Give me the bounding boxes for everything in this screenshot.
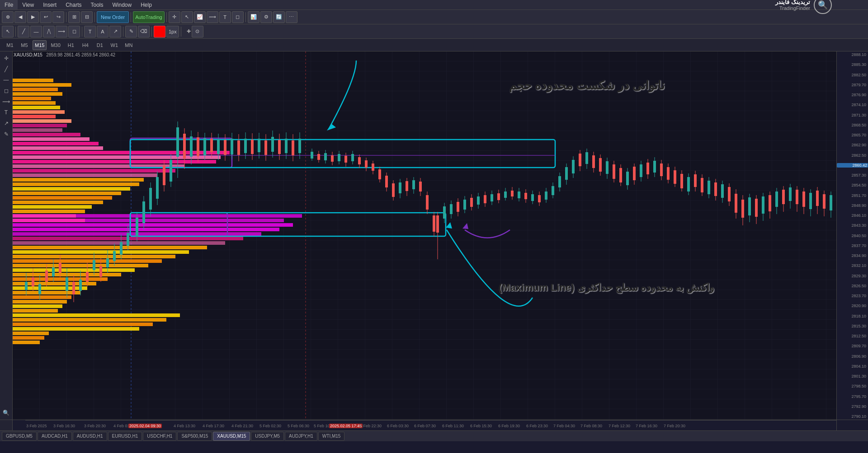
tf-m15[interactable]: M15 bbox=[33, 40, 47, 50]
price-2795: 2795.70 bbox=[837, 394, 868, 399]
svg-rect-221 bbox=[518, 191, 520, 198]
svg-rect-153 bbox=[285, 139, 288, 153]
tf-m5[interactable]: M5 bbox=[18, 40, 31, 50]
toolbar-btn-arrow[interactable]: ↖ bbox=[181, 11, 193, 23]
lt-pencil[interactable]: ✎ bbox=[1, 129, 11, 139]
svg-rect-67 bbox=[13, 327, 139, 331]
lt-hline[interactable]: — bbox=[1, 75, 11, 85]
svg-rect-97 bbox=[93, 260, 95, 270]
draw-color1[interactable] bbox=[154, 26, 165, 37]
draw-arrow[interactable]: ↗ bbox=[109, 26, 121, 37]
toolbar-btn-indicator[interactable]: 📊 bbox=[248, 11, 259, 23]
svg-rect-177 bbox=[372, 163, 374, 171]
draw-label[interactable]: A bbox=[97, 26, 108, 37]
svg-rect-299 bbox=[782, 190, 785, 204]
new-order-button[interactable]: New Order bbox=[97, 11, 129, 23]
price-2857: 2857.30 bbox=[837, 173, 868, 177]
toolbar-btn-new[interactable]: ⊕ bbox=[2, 11, 14, 23]
menu-view[interactable]: View bbox=[18, 0, 38, 9]
tf-mn[interactable]: MN bbox=[123, 40, 135, 50]
tf-m30[interactable]: M30 bbox=[48, 40, 62, 50]
tf-h1[interactable]: H1 bbox=[65, 40, 77, 50]
draw-cursor[interactable]: ↖ bbox=[2, 26, 14, 37]
chart-area[interactable]: XAUUSD,M15 2859.98 2861.45 2859.54 2860.… bbox=[13, 51, 836, 420]
tab-audjpy[interactable]: AUDJPY,H1 bbox=[285, 432, 317, 441]
toolbar-btn-undo[interactable]: ↩ bbox=[40, 11, 52, 23]
toolbar-btn-redo[interactable]: ↪ bbox=[52, 11, 64, 23]
tab-audcad[interactable]: AUDCAD,H1 bbox=[38, 432, 72, 441]
lt-zoom[interactable]: 🔍 bbox=[1, 408, 11, 418]
tf-w1[interactable]: W1 bbox=[108, 40, 121, 50]
svg-rect-77 bbox=[25, 282, 28, 290]
toolbar-btn-template[interactable]: ⚙ bbox=[260, 11, 272, 23]
toolbar-btn-refresh[interactable]: 🔄 bbox=[273, 11, 285, 23]
toolbar-btn-text[interactable]: T bbox=[219, 11, 231, 23]
menu-help[interactable]: Help bbox=[136, 0, 156, 9]
lt-crosshair[interactable]: ✛ bbox=[1, 53, 11, 63]
time-axis: 3 Feb 2025 3 Feb 16:30 3 Feb 20:30 4 Feb… bbox=[25, 420, 836, 430]
tf-m1[interactable]: M1 bbox=[4, 40, 16, 50]
tab-xauusd[interactable]: XAUUSD,M15 bbox=[213, 432, 250, 441]
draw-text[interactable]: T bbox=[84, 26, 96, 37]
menu-window[interactable]: Window bbox=[108, 0, 137, 9]
toolbar-btn-more[interactable]: ⋯ bbox=[286, 11, 297, 23]
tab-usdchf[interactable]: USDCHF,H1 bbox=[143, 432, 176, 441]
lt-text[interactable]: T bbox=[1, 107, 11, 117]
lt-rect[interactable]: ◻ bbox=[1, 86, 11, 96]
toolbar-btn-zoom-in[interactable]: ⊞ bbox=[68, 11, 80, 23]
svg-rect-163 bbox=[324, 153, 327, 160]
tab-audusd[interactable]: AUDUSD,H1 bbox=[73, 432, 107, 441]
time-7feb1230: 7 Feb 12:30 bbox=[609, 424, 630, 428]
svg-rect-135 bbox=[224, 140, 226, 155]
draw-magnet[interactable]: ⊙ bbox=[192, 26, 203, 37]
draw-weight[interactable]: 1px bbox=[166, 26, 179, 37]
tab-gbpusd[interactable]: GBPUSD,M5 bbox=[2, 432, 37, 441]
svg-rect-59 bbox=[13, 291, 80, 294]
svg-rect-89 bbox=[66, 277, 68, 291]
toolbar-btn-zoom-out[interactable]: ⊟ bbox=[81, 11, 93, 23]
menu-file[interactable]: File bbox=[0, 0, 18, 9]
menu-insert[interactable]: Insert bbox=[38, 0, 61, 9]
svg-rect-13 bbox=[13, 106, 60, 109]
svg-rect-91 bbox=[72, 282, 75, 294]
draw-channel[interactable]: ⧸⧹ bbox=[43, 26, 55, 37]
price-2834: 2834.90 bbox=[837, 253, 868, 258]
svg-rect-119 bbox=[170, 160, 172, 182]
svg-rect-129 bbox=[203, 138, 206, 155]
auto-trading-button[interactable]: AutoTrading bbox=[133, 11, 165, 23]
draw-hline[interactable]: — bbox=[30, 26, 42, 37]
draw-eraser[interactable]: ⌫ bbox=[138, 26, 150, 37]
svg-rect-36 bbox=[13, 196, 112, 200]
menu-tools[interactable]: Tools bbox=[86, 0, 108, 9]
toolbar-btn-shapes[interactable]: ◻ bbox=[232, 11, 244, 23]
tab-wti[interactable]: WTI,M15 bbox=[318, 432, 345, 441]
tab-sp500[interactable]: S&P500,M15 bbox=[177, 432, 212, 441]
toolbar-btn-line[interactable]: 📈 bbox=[194, 11, 206, 23]
svg-rect-133 bbox=[217, 140, 220, 154]
toolbar-btn-crosshair[interactable]: ✛ bbox=[169, 11, 180, 23]
svg-rect-58 bbox=[13, 286, 87, 290]
svg-rect-64 bbox=[13, 313, 180, 317]
tab-eurusd[interactable]: EURUSD,H1 bbox=[108, 432, 142, 441]
lt-fib[interactable]: ⟿ bbox=[1, 97, 11, 107]
lt-arrow[interactable]: ↗ bbox=[1, 118, 11, 128]
draw-fib[interactable]: ⟿ bbox=[56, 26, 67, 37]
svg-rect-38 bbox=[13, 205, 92, 209]
tab-usdjpy[interactable]: USDJPY,M5 bbox=[251, 432, 284, 441]
lt-line[interactable]: ╱ bbox=[1, 64, 11, 74]
svg-rect-183 bbox=[392, 183, 395, 197]
tf-h4[interactable]: H4 bbox=[79, 40, 92, 50]
draw-pencil[interactable]: ✎ bbox=[125, 26, 137, 37]
draw-line[interactable]: ╱ bbox=[18, 26, 29, 37]
chart-svg bbox=[13, 51, 836, 420]
svg-rect-243 bbox=[592, 155, 595, 168]
svg-rect-63 bbox=[13, 309, 58, 313]
menu-charts[interactable]: Charts bbox=[61, 0, 86, 9]
svg-rect-179 bbox=[378, 169, 381, 179]
toolbar-btn-back[interactable]: ◀ bbox=[14, 11, 26, 23]
toolbar-btn-fib[interactable]: ⟿ bbox=[207, 11, 218, 23]
toolbar-btn-fwd[interactable]: ▶ bbox=[27, 11, 39, 23]
tf-d1[interactable]: D1 bbox=[94, 40, 106, 50]
draw-rect[interactable]: ◻ bbox=[68, 26, 80, 37]
svg-rect-81 bbox=[38, 284, 41, 294]
